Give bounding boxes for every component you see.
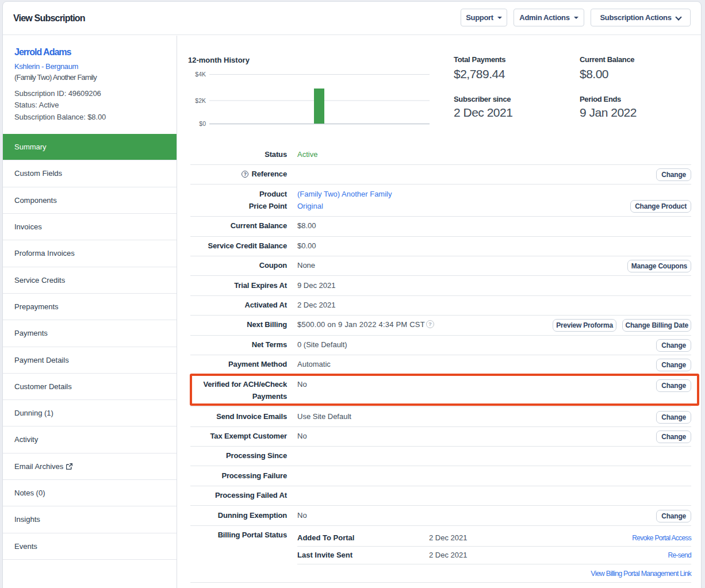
svg-text:$2K: $2K — [195, 97, 206, 104]
svg-text:$0: $0 — [199, 120, 206, 127]
svg-text:$4K: $4K — [195, 71, 206, 78]
